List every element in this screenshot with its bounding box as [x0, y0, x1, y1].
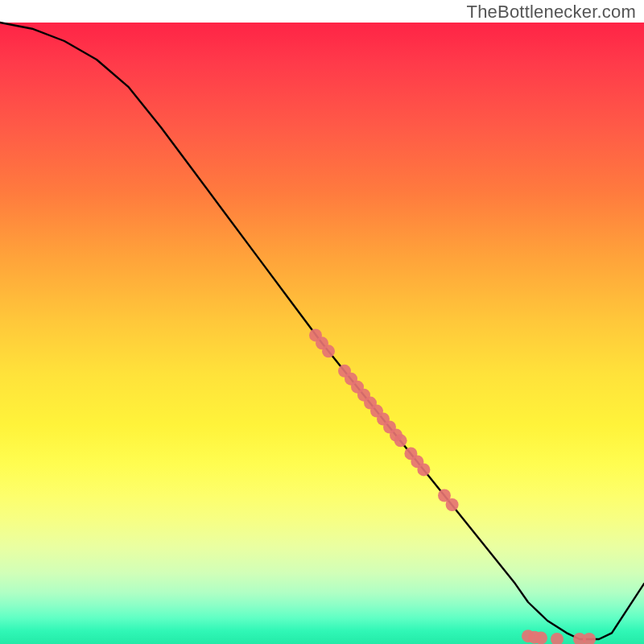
chart-overlay [0, 0, 644, 644]
data-point [446, 498, 459, 511]
chart-canvas: TheBottlenecker.com [0, 0, 644, 644]
data-point [551, 633, 564, 644]
data-point [535, 632, 547, 645]
data-point [417, 463, 430, 476]
data-point [583, 633, 596, 644]
data-point [322, 345, 335, 357]
bottleneck-curve [0, 23, 644, 639]
curve-markers [309, 328, 596, 644]
data-point [394, 434, 407, 447]
